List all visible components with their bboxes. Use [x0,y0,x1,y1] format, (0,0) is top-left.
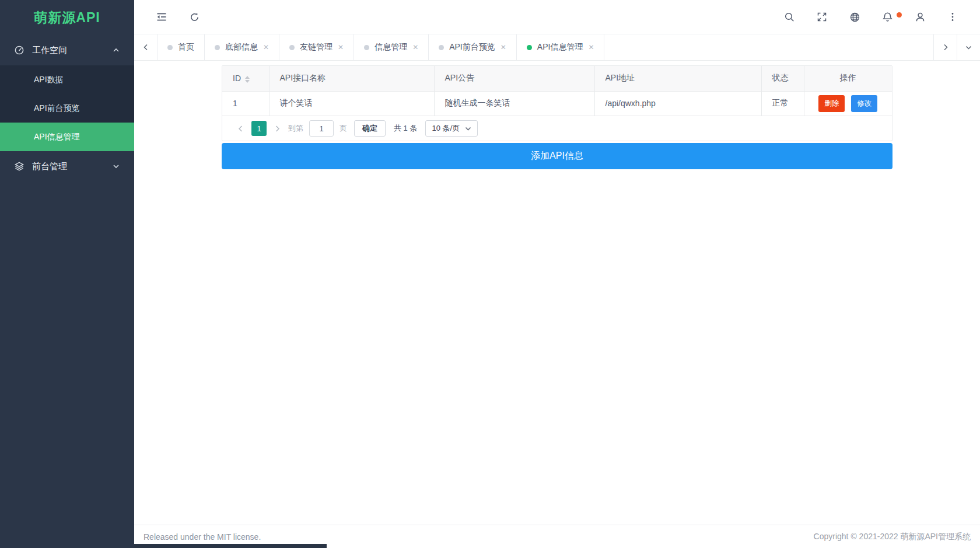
goto-page-prefix-label: 到第 [288,123,303,134]
delete-button[interactable]: 删除 [818,95,845,112]
sidebar-group-workspace[interactable]: 工作空间 [0,35,134,65]
search-icon[interactable] [783,11,795,23]
tabs-scroll-left-button[interactable] [134,34,158,60]
tab-label: 信息管理 [374,42,407,53]
tab-status-dot [289,45,295,50]
api-table-container: ID API接口名称 API公告 API地址 状态 操作 1 讲个笑话 [222,65,892,141]
close-tab-icon[interactable] [588,44,594,51]
api-table: ID API接口名称 API公告 API地址 状态 操作 1 讲个笑话 [222,66,892,116]
column-header-status: 状态 [761,66,804,91]
tab-friend-links[interactable]: 友链管理 [279,34,354,60]
tab-label: 底部信息 [225,42,258,53]
edit-button[interactable]: 修改 [851,95,877,112]
tab-label: API信息管理 [537,42,583,53]
tab-status-dot [167,45,173,50]
sidebar-item-label: API信息管理 [34,132,80,142]
topbar [134,0,980,34]
tab-footer-info[interactable]: 底部信息 [205,34,279,60]
sidebar-group-frontend[interactable]: 前台管理 [0,151,134,181]
sidebar-item-api-info-management[interactable]: API信息管理 [0,123,134,151]
sidebar-item-label: API前台预览 [34,103,80,114]
tabbar-spacer [604,34,933,60]
next-page-button[interactable] [274,125,281,132]
tab-home[interactable]: 首页 [158,34,205,60]
goto-page-suffix-label: 页 [340,123,347,134]
tab-bar: 首页 底部信息 友链管理 信息管理 API前台预览 [134,34,980,61]
chevron-down-icon [112,162,120,170]
tab-label: API前台预览 [449,42,495,53]
goto-confirm-button[interactable]: 确定 [354,120,386,137]
more-menu-icon[interactable] [947,11,958,23]
tab-label: 首页 [178,42,194,53]
horizontal-scrollbar-thumb[interactable] [134,544,327,548]
copyright-text: Copyright © 2021-2022 萌新源API管理系统 [814,532,971,542]
sidebar-item-api-front-preview[interactable]: API前台预览 [0,94,134,123]
topbar-left [134,11,200,23]
column-header-id[interactable]: ID [222,66,269,91]
column-header-actions: 操作 [804,66,892,91]
add-api-info-button[interactable]: 添加API信息 [222,143,892,169]
tab-status-dot [439,45,444,50]
sidebar-group-label: 工作空间 [32,45,67,56]
page-content: ID API接口名称 API公告 API地址 状态 操作 1 讲个笑话 [134,61,980,525]
refresh-icon[interactable] [188,11,200,23]
page-size-select[interactable]: 10 条/页 [425,120,478,137]
close-tab-icon[interactable] [412,44,418,51]
prev-page-button[interactable] [237,125,244,132]
sidebar-item-api-data[interactable]: API数据 [0,65,134,94]
tabs-options-dropdown-button[interactable] [957,34,980,60]
tab-api-info-management[interactable]: API信息管理 [517,34,605,60]
close-tab-icon[interactable] [501,44,506,51]
close-tab-icon[interactable] [338,44,344,51]
sidebar-item-label: API数据 [34,75,64,85]
dashboard-icon [14,45,24,55]
column-header-api-address: API地址 [594,66,761,91]
sort-icon[interactable] [245,76,250,83]
cell-api-address: /api/qwxh.php [594,91,761,116]
workspace-submenu: API数据 API前台预览 API信息管理 [0,65,134,151]
tab-status-dot [215,45,220,50]
sidebar: 萌新源API 工作空间 API数据 API前台预览 API信息管理 [0,0,134,548]
page-number-button[interactable]: 1 [251,121,267,136]
topbar-right [783,11,980,23]
close-tab-icon[interactable] [263,44,269,51]
app-logo: 萌新源API [0,0,134,35]
cell-id: 1 [222,91,269,116]
tab-label: 友链管理 [300,42,332,53]
license-text: Released under the MIT license. [144,532,261,542]
pagination-bar: 1 到第 页 确定 共 1 条 10 条/页 [222,116,892,141]
user-icon[interactable] [914,11,926,23]
sidebar-group-label: 前台管理 [32,161,67,172]
collapse-sidebar-icon[interactable] [156,11,167,23]
cell-api-name: 讲个笑话 [269,91,434,116]
tab-status-dot [364,45,369,50]
page-size-value: 10 条/页 [432,123,460,134]
tab-status-dot [527,45,532,50]
total-count-label: 共 1 条 [394,123,417,134]
fullscreen-icon[interactable] [816,11,828,23]
tab-api-front-preview[interactable]: API前台预览 [429,34,517,60]
language-globe-icon[interactable] [849,11,860,23]
cell-status: 正常 [761,91,804,116]
main-area: 首页 底部信息 友链管理 信息管理 API前台预览 [134,0,980,548]
chevron-up-icon [112,46,120,54]
column-header-api-notice: API公告 [434,66,594,91]
goto-page-input[interactable] [309,120,334,137]
notifications-bell-icon[interactable] [881,11,893,23]
column-header-api-name: API接口名称 [269,66,434,91]
notification-badge-dot [897,12,902,18]
layers-icon [14,161,24,172]
tabs-scroll-right-button[interactable] [933,34,957,60]
table-row: 1 讲个笑话 随机生成一条笑话 /api/qwxh.php 正常 删除修改 [222,91,892,116]
cell-actions: 删除修改 [804,91,892,116]
app-window: 萌新源API 工作空间 API数据 API前台预览 API信息管理 [0,0,980,548]
tab-info-management[interactable]: 信息管理 [354,34,429,60]
chevron-down-icon [465,127,471,131]
table-header-row: ID API接口名称 API公告 API地址 状态 操作 [222,66,892,91]
cell-api-notice: 随机生成一条笑话 [434,91,594,116]
column-header-label: ID [233,74,241,83]
